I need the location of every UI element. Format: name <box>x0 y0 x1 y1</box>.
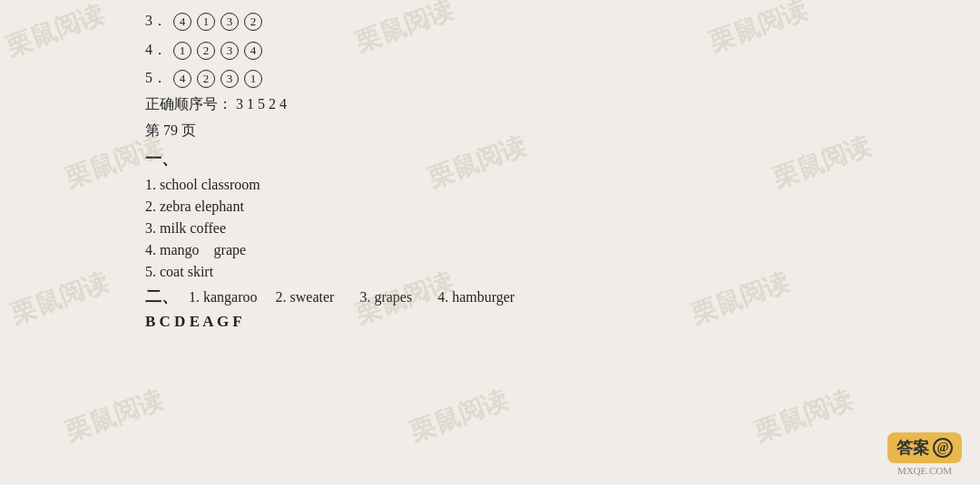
page-number: 第 79 页 <box>145 121 835 141</box>
bottom-logo: 答案 @ MXQE.COM <box>887 432 962 476</box>
watermark-12: 栗鼠阅读 <box>750 383 858 450</box>
main-content: 3． 4 1 3 2 4． 1 2 3 4 5． 4 2 3 1 <box>145 9 835 331</box>
sequence-item-3: 3． 4 1 3 2 <box>145 9 835 33</box>
correct-order: 正确顺序号： 3 1 5 2 4 <box>145 95 835 114</box>
watermark-10: 栗鼠阅读 <box>61 383 168 450</box>
final-answer: B C D E A G F <box>145 313 835 331</box>
answer-5: 5. coat skirt <box>145 264 835 280</box>
answer-4: 4. mango grape <box>145 242 835 258</box>
sequence-item-5: 5． 4 2 3 1 <box>145 66 835 90</box>
watermark-1: 栗鼠阅读 <box>2 0 109 64</box>
section-two-answers: 二、 1. kangaroo 2. sweater 3. grapes 4. h… <box>145 286 835 307</box>
sequence-item-4: 4． 1 2 3 4 <box>145 38 835 62</box>
answer-2: 2. zebra elephant <box>145 199 835 215</box>
watermark-7: 栗鼠阅读 <box>6 265 113 332</box>
watermark-11: 栗鼠阅读 <box>406 383 513 450</box>
answer-1: 1. school classroom <box>145 177 835 193</box>
section-one-title: 一、 <box>145 148 835 170</box>
page-container: 栗鼠阅读 栗鼠阅读 栗鼠阅读 栗鼠阅读 栗鼠阅读 栗鼠阅读 栗鼠阅读 栗鼠阅读 … <box>0 0 980 485</box>
answer-3: 3. milk coffee <box>145 220 835 237</box>
